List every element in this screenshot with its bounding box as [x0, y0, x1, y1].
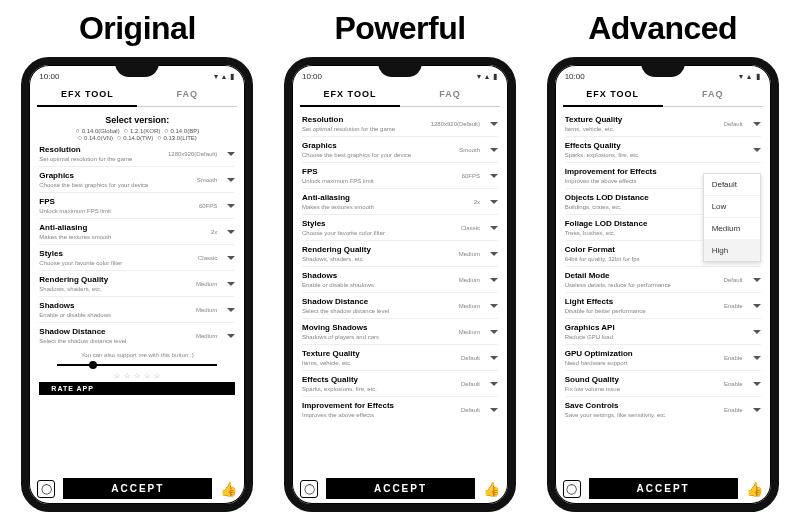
setting-row[interactable]: FPSUnlock maximum FPS limit60FPS [39, 192, 235, 218]
dropdown-option[interactable]: Low [704, 196, 760, 218]
setting-row[interactable]: Save ControlsSave your settings, like se… [565, 396, 761, 422]
setting-subtitle: Unlock maximum FPS limit [302, 177, 456, 185]
setting-value: Default [461, 355, 480, 361]
setting-value: Enable [724, 407, 743, 413]
bottom-bar: ◯ ACCEPT 👍 [563, 478, 763, 499]
accept-button[interactable]: ACCEPT [589, 478, 738, 499]
setting-row[interactable]: Anti-aliasingMakes the textures smooth2x [39, 218, 235, 244]
setting-value: Default [724, 277, 743, 283]
chevron-down-icon [490, 226, 498, 230]
setting-row[interactable]: ResolutionSet optimal resolution for the… [39, 141, 235, 166]
setting-row[interactable]: ShadowsEnable or disable shadowsMedium [39, 296, 235, 322]
setting-title: Graphics [302, 141, 453, 151]
setting-subtitle: Shadows, shaders, etc. [39, 285, 190, 293]
version-option[interactable]: 1.2.1(KOR) [124, 127, 161, 134]
setting-value: Enable [724, 381, 743, 387]
setting-row[interactable]: Texture QualityItems, vehicle, etc.Defau… [565, 111, 761, 136]
rating-stars[interactable]: ☆ ☆ ☆ ☆ ☆ [39, 372, 235, 380]
accept-button[interactable]: ACCEPT [326, 478, 475, 499]
setting-row[interactable]: GPU OptimizationNeed hardware supportEna… [565, 344, 761, 370]
accept-button[interactable]: ACCEPT [63, 478, 212, 499]
thumbs-up-icon[interactable]: 👍 [220, 481, 237, 497]
setting-row[interactable]: Moving ShadowsShadows of players and car… [302, 318, 498, 344]
setting-row[interactable]: Detail ModeUseless details, reduce for p… [565, 266, 761, 292]
setting-row[interactable]: ShadowsEnable or disable shadowsMedium [302, 266, 498, 292]
tab-bar: EFX TOOL FAQ [29, 83, 245, 107]
status-icons: ▾ ▴ ▮ [214, 72, 235, 81]
chevron-down-icon [490, 122, 498, 126]
tab-faq[interactable]: FAQ [663, 89, 763, 107]
setting-title: Styles [39, 249, 192, 259]
setting-row[interactable]: Effects QualitySparks, explosions, fire,… [302, 370, 498, 396]
setting-row[interactable]: ResolutionSet optimal resolution for the… [302, 111, 498, 136]
setting-text: GraphicsChoose the best graphics for you… [39, 171, 190, 189]
tab-bar: EFX TOOL FAQ [555, 83, 771, 107]
instagram-icon[interactable]: ◯ [563, 480, 581, 498]
setting-title: Shadow Distance [302, 297, 453, 307]
chevron-down-icon [753, 330, 761, 334]
setting-subtitle: Select the shadow distance level [302, 307, 453, 315]
setting-row[interactable]: GraphicsChoose the best graphics for you… [302, 136, 498, 162]
setting-row[interactable]: Light EffectsDisable for better performa… [565, 292, 761, 318]
thumbs-up-icon[interactable]: 👍 [483, 481, 500, 497]
dropdown-option[interactable]: Medium [704, 218, 760, 240]
setting-subtitle: Choose your favorite color filter [39, 259, 192, 267]
dropdown-option[interactable]: High [704, 240, 760, 261]
chevron-down-icon [490, 356, 498, 360]
chevron-down-icon [753, 148, 761, 152]
version-option[interactable]: 0.14.0(BP) [164, 127, 199, 134]
setting-text: Rendering QualityShadows, shaders, etc. [302, 245, 453, 263]
setting-text: Effects QualitySparks, explosions, fire,… [565, 141, 737, 159]
setting-row[interactable]: Anti-aliasingMakes the textures smooth2x [302, 188, 498, 214]
setting-subtitle: Fix low volume issue [565, 385, 718, 393]
setting-value: Smooth [197, 177, 218, 183]
setting-row[interactable]: Effects QualitySparks, explosions, fire,… [565, 136, 761, 162]
setting-row[interactable]: Shadow DistanceSelect the shadow distanc… [39, 322, 235, 348]
setting-value: Smooth [459, 147, 480, 153]
setting-text: Sound QualityFix low volume issue [565, 375, 718, 393]
chevron-down-icon [753, 304, 761, 308]
settings-list: Texture QualityItems, vehicle, etc.Defau… [555, 107, 771, 422]
setting-text: Rendering QualityShadows, shaders, etc. [39, 275, 190, 293]
rate-app-button[interactable]: RATE APP [39, 382, 235, 395]
col-powerful: Powerful 10:00 ▾ ▴ ▮ EFX TOOL FAQ Resolu… [275, 10, 526, 512]
setting-text: Detail ModeUseless details, reduce for p… [565, 271, 718, 289]
tab-faq[interactable]: FAQ [400, 89, 500, 107]
setting-row[interactable]: Rendering QualityShadows, shaders, etc.M… [39, 270, 235, 296]
version-option[interactable]: 0.13.0(LITE) [157, 134, 197, 141]
setting-row[interactable]: Texture QualityItems, vehicle, etc.Defau… [302, 344, 498, 370]
setting-row[interactable]: Rendering QualityShadows, shaders, etc.M… [302, 240, 498, 266]
setting-row[interactable]: StylesChoose your favorite color filterC… [39, 244, 235, 270]
support-slider[interactable] [57, 360, 217, 370]
tab-faq[interactable]: FAQ [137, 89, 237, 107]
setting-subtitle: Choose your favorite color filter [302, 229, 455, 237]
tab-efx-tool[interactable]: EFX TOOL [37, 89, 137, 107]
instagram-icon[interactable]: ◯ [300, 480, 318, 498]
setting-title: Detail Mode [565, 271, 718, 281]
version-option[interactable]: 0.14.0(VN) [78, 134, 113, 141]
setting-row[interactable]: Improvement for EffectsImproves the abov… [302, 396, 498, 422]
tab-efx-tool[interactable]: EFX TOOL [563, 89, 663, 107]
version-option[interactable]: 0.14.0(Global) [75, 127, 119, 134]
setting-value: 1280x920(Default) [431, 121, 480, 127]
dropdown-option[interactable]: Default [704, 174, 760, 196]
setting-row[interactable]: Graphics APIReduce GPU load [565, 318, 761, 344]
settings-list: ResolutionSet optimal resolution for the… [292, 107, 508, 422]
setting-text: FPSUnlock maximum FPS limit [39, 197, 193, 215]
thumbs-up-icon[interactable]: 👍 [746, 481, 763, 497]
chevron-down-icon [490, 382, 498, 386]
chevron-down-icon [753, 122, 761, 126]
version-option[interactable]: 0.14.0(TW) [117, 134, 153, 141]
bottom-bar: ◯ ACCEPT 👍 [300, 478, 500, 499]
setting-row[interactable]: FPSUnlock maximum FPS limit60FPS [302, 162, 498, 188]
status-icons: ▾ ▴ ▮ [477, 72, 498, 81]
setting-row[interactable]: StylesChoose your favorite color filterC… [302, 214, 498, 240]
chevron-down-icon [490, 278, 498, 282]
setting-row[interactable]: Sound QualityFix low volume issueEnable [565, 370, 761, 396]
instagram-icon[interactable]: ◯ [37, 480, 55, 498]
setting-row[interactable]: Shadow DistanceSelect the shadow distanc… [302, 292, 498, 318]
setting-title: Effects Quality [302, 375, 455, 385]
setting-row[interactable]: GraphicsChoose the best graphics for you… [39, 166, 235, 192]
heading-original: Original [12, 10, 263, 47]
tab-efx-tool[interactable]: EFX TOOL [300, 89, 400, 107]
